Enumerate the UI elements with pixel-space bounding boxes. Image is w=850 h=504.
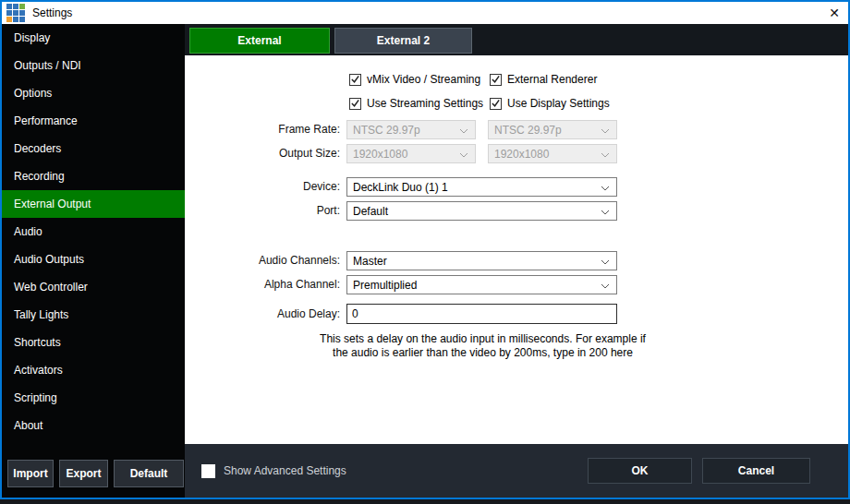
checkmark-icon [490,74,502,86]
sidebar-item-tally-lights[interactable]: Tally Lights [2,301,185,329]
main-pane: External External 2 vMix Video / Streami… [185,24,848,498]
sidebar-item-audio-outputs[interactable]: Audio Outputs [2,246,185,273]
output-size-label: Output Size: [185,144,340,162]
tab-external[interactable]: External [189,28,330,54]
audio-channels-select[interactable]: Master [346,251,617,270]
chevron-down-icon [601,279,610,292]
external-renderer-label: External Renderer [507,73,597,86]
external-output-form: vMix Video / Streaming External Renderer… [185,55,848,444]
show-advanced-settings-checkbox[interactable] [201,464,215,478]
sidebar-item-shortcuts[interactable]: Shortcuts [2,329,185,356]
window-title: Settings [32,6,72,19]
port-select[interactable]: Default [346,201,617,221]
sidebar-item-options[interactable]: Options [2,79,185,107]
sidebar-item-display[interactable]: Display [2,24,185,52]
chevron-down-icon [601,148,610,161]
output-tab-bar: External External 2 [185,24,848,55]
sidebar-item-external-output[interactable]: External Output [2,190,185,218]
chevron-down-icon [459,124,468,137]
audio-delay-input[interactable] [346,304,617,324]
use-streaming-settings-label: Use Streaming Settings [367,97,483,110]
vmix-video-streaming-checkbox[interactable]: vMix Video / Streaming [349,72,480,87]
chevron-down-icon [601,124,610,137]
vmix-video-streaming-label: vMix Video / Streaming [367,73,480,86]
output-size-value-1: 1920x1080 [353,148,407,161]
sidebar-item-recording[interactable]: Recording [2,162,185,190]
export-button[interactable]: Export [59,460,108,487]
device-label: Device: [185,177,340,196]
sidebar-item-decoders[interactable]: Decoders [2,135,185,162]
audio-channels-label: Audio Channels: [185,251,340,270]
sidebar-item-about[interactable]: About [2,412,185,439]
settings-window: Settings ✕ Display Outputs / NDI Options… [0,0,850,499]
sidebar-item-web-controller[interactable]: Web Controller [2,273,185,301]
sidebar-item-outputs-ndi[interactable]: Outputs / NDI [2,52,185,79]
chevron-down-icon [601,205,610,218]
frame-rate-value-2: NTSC 29.97p [494,124,562,137]
checkmark-icon [490,98,502,110]
output-size-value-2: 1920x1080 [494,148,549,161]
title-bar: Settings ✕ [2,2,848,24]
frame-rate-select-1[interactable]: NTSC 29.97p [346,120,476,139]
port-label: Port: [185,201,340,220]
checkmark-icon [349,98,361,110]
sidebar-item-activators[interactable]: Activators [2,356,185,384]
chevron-down-icon [601,255,610,268]
tab-external-2[interactable]: External 2 [334,28,472,54]
show-advanced-settings-label: Show Advanced Settings [224,464,346,477]
frame-rate-select-2[interactable]: NTSC 29.97p [488,120,617,139]
port-value: Default [353,205,388,218]
frame-rate-label: Frame Rate: [185,120,340,138]
use-display-settings-checkbox[interactable]: Use Display Settings [490,96,610,111]
alpha-channel-label: Alpha Channel: [185,275,340,294]
audio-channels-value: Master [353,255,387,268]
vmix-logo-icon [6,4,25,22]
external-renderer-checkbox[interactable]: External Renderer [490,72,597,87]
output-size-select-1[interactable]: 1920x1080 [346,144,476,163]
chevron-down-icon [459,148,468,161]
device-select[interactable]: DeckLink Duo (1) 1 [346,177,617,197]
alpha-channel-select[interactable]: Premultiplied [346,275,617,294]
sidebar-item-performance[interactable]: Performance [2,107,185,135]
cancel-button[interactable]: Cancel [702,458,810,484]
default-button[interactable]: Default [114,460,184,487]
import-button[interactable]: Import [7,460,54,487]
device-value: DeckLink Duo (1) 1 [353,181,448,194]
audio-delay-help-text: This sets a delay on the audio input in … [314,332,651,360]
ok-button[interactable]: OK [588,458,692,484]
use-streaming-settings-checkbox[interactable]: Use Streaming Settings [349,96,483,111]
sidebar-item-scripting[interactable]: Scripting [2,384,185,412]
dialog-footer: Show Advanced Settings OK Cancel [185,444,848,498]
checkmark-icon [349,74,361,86]
audio-delay-label: Audio Delay: [185,305,340,323]
sidebar-item-audio[interactable]: Audio [2,218,185,246]
use-display-settings-label: Use Display Settings [507,97,610,110]
output-size-select-2[interactable]: 1920x1080 [488,144,617,163]
settings-sidebar: Display Outputs / NDI Options Performanc… [2,24,185,498]
close-icon[interactable]: ✕ [820,2,848,24]
alpha-channel-value: Premultiplied [353,279,417,292]
chevron-down-icon [601,181,610,194]
frame-rate-value-1: NTSC 29.97p [353,124,420,137]
